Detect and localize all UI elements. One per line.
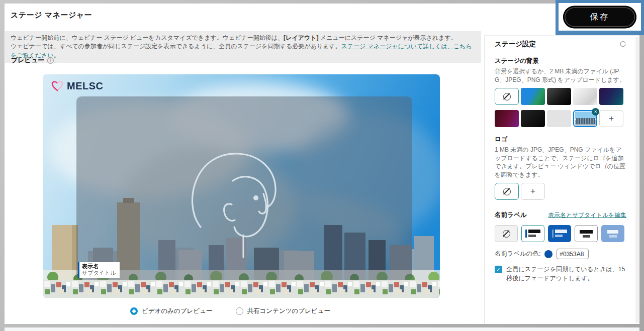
subtitle-text: サブタイトル (82, 270, 116, 276)
radio-video-only[interactable]: ビデオのみのプレビュー (130, 307, 212, 315)
info-icon[interactable]: i (47, 57, 54, 64)
stage-manager-window: ステージ マネージャー ウェビナー開始前に、ウェビナー ステージ ビューをカスタ… (5, 4, 639, 324)
label-style-glyph (525, 230, 540, 238)
refresh-icon[interactable] (619, 41, 626, 48)
color-swatch[interactable] (544, 250, 553, 258)
radio-shared-content-label: 共有コンテンツのプレビュー (247, 307, 330, 315)
name-label-title: 名前ラベル (495, 211, 527, 219)
stage-preview[interactable]: MELSC 表示名 サブタイトル (43, 74, 440, 298)
heart-logo-icon (51, 80, 64, 92)
bg-light-gray[interactable] (547, 110, 571, 127)
remove-background-icon[interactable]: ✕ (592, 108, 599, 116)
page-title: ステージ マネージャー (11, 11, 92, 20)
name-label-style-row (495, 225, 626, 242)
radio-video-only-label: ビデオのみのプレビュー (142, 307, 212, 315)
preview-mode-radios: ビデオのみのプレビュー 共有コンテンツのプレビュー (32, 307, 429, 315)
color-label: 名前ラベルの色: (495, 250, 540, 258)
label-style-glyph (552, 230, 567, 238)
save-highlight-annotation: 保存 (556, 0, 644, 35)
bg-black[interactable] (521, 110, 545, 127)
banner-line-1: ウェビナー開始前に、ウェビナー ステージ ビューをカスタマイズできます。ウェビナ… (11, 34, 476, 42)
save-button-area: 保存 (559, 3, 641, 31)
preview-heading-label: プレビュー (11, 56, 44, 65)
logo-section-desc: 1 MB 未満の JPG、JPEG、PNG ファイルをアップロードすることで、ス… (495, 146, 626, 179)
radio-shared-content[interactable]: 共有コンテンツのプレビュー (236, 307, 330, 315)
video-placeholder-tile[interactable] (76, 96, 412, 280)
label-style-blue-filled[interactable] (548, 225, 571, 242)
banner-line-2: ウェビナーでは、すべての参加者が同じステージ設定を表示できるように、全員のステー… (11, 42, 476, 60)
bg-blue-green-gradient[interactable] (521, 88, 545, 105)
bg-city-photo-selected[interactable]: ✕ (573, 110, 597, 127)
label-style-white-plain[interactable] (575, 225, 598, 242)
background-thumbnails-row-2: ✕ + (495, 110, 626, 127)
label-style-light-blue-filled[interactable] (601, 225, 624, 242)
background-section-title: ステージの背景 (495, 57, 626, 65)
sidebar-title: ステージ設定 (495, 40, 536, 49)
brand-logo: MELSC (51, 80, 104, 92)
prohibited-icon (503, 188, 511, 195)
sync-fadeout-label: 全員にステージを同期しているときは、15 秒後にフェードアウトします。 (506, 265, 626, 283)
layout-menu-ref: [レイアウト] (284, 34, 318, 41)
sidebar-scrollbar[interactable] (635, 37, 639, 323)
edit-display-name-link[interactable]: 表示名とサブタイトルを編集 (548, 211, 626, 219)
save-button[interactable]: 保存 (563, 6, 636, 28)
name-label-color-input[interactable] (557, 249, 589, 259)
name-label-header: 名前ラベル 表示名とサブタイトルを編集 (495, 211, 626, 219)
bg-dark-texture[interactable] (547, 88, 571, 105)
sidebar-header: ステージ設定 (495, 40, 626, 49)
preview-name-label[interactable]: 表示名 サブタイトル (78, 262, 120, 278)
radio-unselected-icon[interactable] (236, 307, 243, 315)
info-banner: ウェビナー開始前に、ウェビナー ステージ ビューをカスタマイズできます。ウェビナ… (5, 31, 481, 63)
bg-none-option[interactable] (495, 88, 519, 105)
label-style-white-blue-bar-selected[interactable] (521, 225, 544, 242)
brand-name: MELSC (67, 80, 104, 92)
prohibited-icon (503, 93, 511, 100)
bg-maroon-gradient[interactable] (495, 110, 519, 127)
sync-fadeout-option[interactable]: ✓ 全員にステージを同期しているときは、15 秒後にフェードアウトします。 (495, 265, 626, 283)
next-section-edge (5, 327, 639, 331)
background-thumbnails-row-1 (495, 88, 626, 105)
label-style-glyph (580, 230, 593, 238)
stage-settings-sidebar: ステージ設定 ステージの背景 背景を選択するか、2 MB 未満のファイル (JP… (484, 35, 639, 324)
person-placeholder-icon (180, 107, 309, 258)
logo-section-title: ロゴ (495, 135, 626, 144)
upload-logo-button[interactable]: + (521, 183, 545, 200)
checkbox-checked-icon[interactable]: ✓ (495, 266, 502, 273)
logo-options-row: + (495, 183, 626, 200)
background-section-desc: 背景を選択するか、2 MB 未満のファイル (JPG、JPEG、PNG 形式) … (495, 67, 626, 84)
radio-selected-icon[interactable] (130, 307, 138, 315)
upload-background-button[interactable]: + (599, 110, 623, 127)
name-label-color-row: 名前ラベルの色: (495, 249, 626, 259)
display-name-text: 表示名 (82, 263, 116, 270)
preview-heading: プレビュー i (11, 56, 54, 65)
bg-navy-purple-gradient[interactable] (599, 88, 623, 105)
label-style-none[interactable] (495, 225, 518, 242)
bg-light-texture[interactable] (573, 88, 597, 105)
prohibited-icon (503, 230, 510, 238)
label-style-glyph (607, 230, 618, 238)
logo-none-option[interactable] (495, 183, 519, 200)
